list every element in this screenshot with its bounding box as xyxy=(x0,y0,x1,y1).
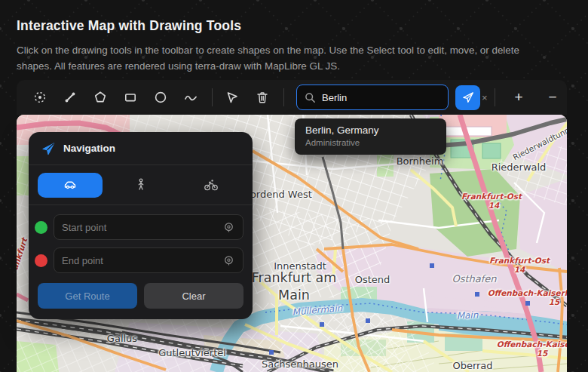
map-label: Offenbach-Kaiserlei xyxy=(497,340,567,349)
walking-icon xyxy=(133,177,149,192)
map-label: Frankfurt-Ost xyxy=(489,256,550,265)
navigation-panel-header: Navigation xyxy=(29,132,253,165)
map-label-city: Frankfurt am Main xyxy=(252,269,337,304)
map-label: Riederwald xyxy=(492,161,547,173)
point-tool-icon xyxy=(32,90,47,105)
map-label: Nordend West xyxy=(243,189,312,200)
polygon-tool-button[interactable] xyxy=(86,85,115,110)
map-label: Gutleutviertel xyxy=(158,347,226,358)
end-point-input[interactable] xyxy=(62,255,222,266)
point-tool-button[interactable] xyxy=(26,85,54,110)
car-icon xyxy=(62,177,78,193)
mode-walking-button[interactable] xyxy=(109,173,173,198)
get-route-button[interactable]: Get Route xyxy=(38,283,137,309)
clear-search-icon[interactable]: × xyxy=(482,92,489,103)
location-pin-icon xyxy=(222,221,235,234)
app-root: Interactive Map with Drawing Tools Click… xyxy=(0,0,588,372)
end-point-row xyxy=(35,247,243,273)
search-result-title: Berlin, Germany xyxy=(305,125,436,136)
freehand-tool-icon xyxy=(183,90,198,105)
delete-tool-button[interactable] xyxy=(248,85,277,110)
rectangle-tool-icon xyxy=(123,90,138,105)
page-header: Interactive Map with Drawing Tools Click… xyxy=(17,18,567,75)
search-input[interactable] xyxy=(322,92,427,103)
map-label: Frankfurt-Ost xyxy=(461,192,522,201)
map-label: 14 xyxy=(488,201,500,210)
map-label: 14 xyxy=(514,265,525,274)
zoom-out-button[interactable]: − xyxy=(538,85,567,110)
map-label: 15 xyxy=(537,349,548,358)
circle-tool-button[interactable] xyxy=(146,85,175,110)
navigation-panel-title: Navigation xyxy=(63,143,115,154)
search-icon xyxy=(305,92,316,103)
map-label: Sachsenhausen xyxy=(262,358,338,370)
start-point-input[interactable] xyxy=(62,222,222,233)
search-box[interactable] xyxy=(296,85,449,110)
rectangle-tool-button[interactable] xyxy=(116,85,145,110)
zoom-in-button[interactable]: + xyxy=(504,85,533,110)
map-label: 15 xyxy=(549,297,560,306)
navigation-icon xyxy=(461,91,475,104)
clear-route-button[interactable]: Clear xyxy=(144,283,243,309)
navigation-icon xyxy=(41,141,56,156)
location-pin-icon xyxy=(222,254,235,267)
select-tool-button[interactable] xyxy=(218,85,247,110)
drawing-toolbar: × + − xyxy=(17,80,567,115)
trash-icon xyxy=(255,90,270,105)
mode-car-button[interactable] xyxy=(38,173,103,198)
map-label: Ostend xyxy=(355,274,390,285)
toolbar-divider xyxy=(495,88,495,106)
map-label: Offenbach-Kaiserlei xyxy=(488,288,567,297)
cycling-icon xyxy=(203,177,219,193)
line-tool-icon xyxy=(63,90,78,105)
route-actions-row: Get Route Clear xyxy=(38,283,243,309)
start-point-row xyxy=(35,214,243,240)
travel-mode-row xyxy=(29,165,253,205)
select-tool-icon xyxy=(225,90,240,105)
map-label: Main xyxy=(456,309,478,321)
mode-cycling-button[interactable] xyxy=(179,173,243,198)
freehand-tool-button[interactable] xyxy=(176,85,205,110)
map-label: Gallus xyxy=(107,333,137,344)
navigation-toggle-button[interactable] xyxy=(455,85,480,110)
search-result-subtitle: Administrative xyxy=(305,138,436,147)
search-result-item[interactable]: Berlin, Germany Administrative xyxy=(295,118,446,155)
circle-tool-icon xyxy=(153,90,168,105)
page-title: Interactive Map with Drawing Tools xyxy=(17,18,567,34)
end-point-field[interactable] xyxy=(54,247,243,273)
start-point-field[interactable] xyxy=(54,214,243,240)
page-subtitle: Click on the drawing tools in the toolba… xyxy=(17,43,544,75)
toolbar-divider xyxy=(212,88,213,106)
map-label: Osthafen xyxy=(452,273,496,284)
map-label: Bornheim xyxy=(397,155,444,167)
navigation-panel: Navigation xyxy=(29,132,253,319)
toolbar-divider xyxy=(283,88,284,106)
end-point-dot xyxy=(35,254,47,267)
line-tool-button[interactable] xyxy=(56,85,84,110)
map-label: Oberrad xyxy=(452,360,492,371)
start-point-dot xyxy=(35,221,47,234)
polygon-tool-icon xyxy=(93,90,108,105)
